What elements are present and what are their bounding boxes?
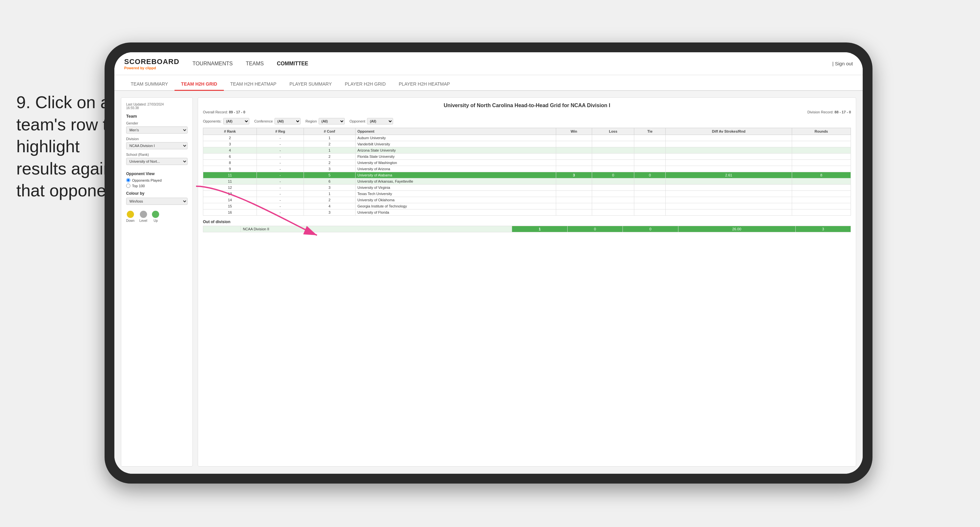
table-row[interactable]: 11 - 6 University of Arkansas, Fayettevi…: [203, 178, 851, 185]
legend-level: Level: [140, 211, 147, 223]
division-loss: 0: [567, 226, 622, 232]
table-row[interactable]: 11 - 5 University of Alabama 3 0 0 2.61 …: [203, 172, 851, 178]
nav-committee[interactable]: COMMITTEE: [277, 59, 308, 68]
sub-nav-team-summary[interactable]: TEAM SUMMARY: [124, 78, 175, 91]
division-tie: 0: [623, 226, 678, 232]
cell-opponent: University of Washington: [355, 160, 556, 166]
region-filter-label: Region: [305, 119, 317, 123]
region-filter-select[interactable]: (All): [318, 118, 345, 124]
opponent-filter-label: Opponent: [350, 119, 365, 123]
opponent-filter-select[interactable]: (All): [367, 118, 393, 124]
table-row[interactable]: 3 - 2 Vanderbilt University: [203, 141, 851, 147]
colour-by-select[interactable]: Win/loss: [126, 197, 188, 205]
cell-win: [556, 160, 592, 166]
cell-win: [556, 154, 592, 160]
school-select[interactable]: University of Nort...: [126, 158, 188, 165]
table-row[interactable]: 15 - 4 Georgia Institute of Technology: [203, 203, 851, 209]
conference-filter-select[interactable]: (All): [275, 118, 301, 124]
sub-nav-player-summary[interactable]: PLAYER SUMMARY: [283, 78, 338, 91]
cell-reg: -: [257, 185, 304, 191]
cell-diff: [666, 166, 792, 172]
logo-area: SCOREBOARD Powered by clippd: [124, 57, 180, 70]
cell-loss: [592, 135, 634, 141]
out-of-division-label: Out of division: [203, 220, 851, 224]
division-win: 1: [512, 226, 567, 232]
cell-win: [556, 185, 592, 191]
cell-opponent: Auburn University: [355, 135, 556, 141]
grid-panel: University of North Carolina Head-to-Hea…: [198, 97, 856, 466]
table-row[interactable]: 13 - 1 Texas Tech University: [203, 191, 851, 197]
opponents-filter-select[interactable]: (All): [223, 118, 249, 124]
logo-scoreboard: SCOREBOARD: [124, 57, 180, 66]
table-row[interactable]: 2 - 1 Auburn University: [203, 135, 851, 141]
division-select[interactable]: NCAA Division I: [126, 142, 188, 149]
cell-loss: [592, 141, 634, 147]
cell-opponent: University of Arkansas, Fayetteville: [355, 178, 556, 185]
table-row[interactable]: 6 - 2 Florida State University: [203, 154, 851, 160]
cell-rank: 2: [203, 135, 257, 141]
out-of-division-row[interactable]: NCAA Division II 1 0 0 26.00 3: [203, 226, 851, 232]
conference-filter: Conference (All): [254, 118, 301, 124]
cell-opponent: Vanderbilt University: [355, 141, 556, 147]
table-row[interactable]: 16 - 3 University of Florida: [203, 209, 851, 216]
cell-opponent: Florida State University: [355, 154, 556, 160]
cell-diff: [666, 147, 792, 154]
out-of-division-table: NCAA Division II 1 0 0 26.00 3: [203, 226, 851, 232]
tablet-frame: SCOREBOARD Powered by clippd TOURNAMENTS…: [105, 43, 872, 484]
opponents-played-radio[interactable]: Opponents Played: [126, 178, 188, 182]
cell-rank: 13: [203, 191, 257, 197]
sub-nav-team-h2h-grid[interactable]: TEAM H2H GRID: [175, 78, 224, 91]
nav-teams[interactable]: TEAMS: [246, 59, 264, 68]
cell-tie: [634, 147, 666, 154]
cell-conf: 2: [304, 154, 355, 160]
region-filter: Region (All): [305, 118, 345, 124]
division-diff: 26.00: [678, 226, 795, 232]
cell-loss: [592, 203, 634, 209]
cell-conf: 1: [304, 147, 355, 154]
table-row[interactable]: 14 - 2 University of Oklahoma: [203, 197, 851, 203]
team-section-title: Team: [126, 114, 188, 119]
cell-tie: [634, 191, 666, 197]
col-tie: Tie: [634, 128, 666, 135]
cell-loss: [592, 191, 634, 197]
h2h-table: # Rank # Reg # Conf Opponent Win Loss Ti…: [203, 128, 851, 216]
top-100-radio[interactable]: Top 100: [126, 184, 188, 188]
school-label: School (Rank): [126, 153, 188, 156]
sub-nav-team-h2h-heatmap[interactable]: TEAM H2H HEATMAP: [224, 78, 283, 91]
table-row[interactable]: 8 - 2 University of Washington: [203, 160, 851, 166]
cell-opponent: Arizona State University: [355, 147, 556, 154]
cell-rounds: [792, 185, 851, 191]
cell-tie: [634, 160, 666, 166]
cell-win: [556, 141, 592, 147]
cell-rounds: [792, 160, 851, 166]
cell-loss: [592, 178, 634, 185]
sub-nav-player-h2h-grid[interactable]: PLAYER H2H GRID: [338, 78, 392, 91]
opponent-filter: Opponent (All): [350, 118, 393, 124]
cell-opponent: Georgia Institute of Technology: [355, 203, 556, 209]
nav-sign-out[interactable]: | Sign out: [832, 61, 853, 66]
cell-conf: 5: [304, 172, 355, 178]
sub-nav-player-h2h-heatmap[interactable]: PLAYER H2H HEATMAP: [392, 78, 457, 91]
table-row[interactable]: 9 - 3 University of Arizona: [203, 166, 851, 172]
cell-diff: [666, 191, 792, 197]
cell-loss: 0: [592, 172, 634, 178]
cell-rounds: [792, 197, 851, 203]
cell-opponent: University of Alabama: [355, 172, 556, 178]
gender-select[interactable]: Men's: [126, 126, 188, 134]
cell-diff: 2.61: [666, 172, 792, 178]
nav-tournaments[interactable]: TOURNAMENTS: [192, 59, 233, 68]
cell-rounds: [792, 191, 851, 197]
cell-tie: [634, 203, 666, 209]
cell-win: [556, 178, 592, 185]
table-row[interactable]: 4 - 1 Arizona State University: [203, 147, 851, 154]
table-row[interactable]: 12 - 3 University of Virginia: [203, 185, 851, 191]
cell-rank: 6: [203, 154, 257, 160]
grid-title: University of North Carolina Head-to-Hea…: [203, 103, 851, 108]
cell-loss: [592, 185, 634, 191]
logo-powered: Powered by clippd: [124, 66, 180, 70]
cell-rounds: [792, 147, 851, 154]
division-name: NCAA Division II: [241, 226, 512, 232]
cell-tie: 0: [634, 172, 666, 178]
cell-diff: [666, 141, 792, 147]
cell-rounds: [792, 203, 851, 209]
